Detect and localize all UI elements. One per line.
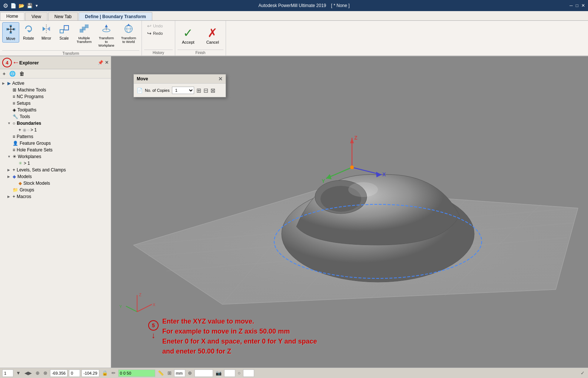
patterns-icon: ≡ [13, 134, 15, 139]
svg-line-29 [222, 190, 319, 304]
pin-icon[interactable]: 📌 [98, 60, 103, 65]
boundary-transform-label: Boundary Transform [102, 14, 146, 19]
tree-item-models[interactable]: ▶ ◆ Models [0, 173, 111, 180]
quick-access-dropdown[interactable]: ▼ [35, 4, 39, 8]
rotate-button[interactable]: Rotate [20, 22, 37, 42]
tab-new-tab[interactable]: New Tab [48, 12, 78, 20]
viewport[interactable]: Z Y X X Y Z [111, 56, 588, 368]
tree-hole-feature-sets-label: Hole Feature Sets [17, 147, 53, 153]
annotation-line3: Eneter 0 for X and space, enter 0 for Y … [162, 337, 317, 347]
tree-item-toolpaths[interactable]: ◈ Toolpaths [0, 107, 111, 113]
svg-text:Z: Z [354, 135, 358, 141]
dialog-close-icon[interactable]: ✕ [218, 76, 223, 82]
explorer-add-btn[interactable]: + [1, 70, 7, 77]
measure-icon[interactable]: 📏 [157, 370, 165, 376]
move-dialog[interactable]: Move ✕ 📄 No. of Copies 1 ⊞ ⊟ ⊠ [133, 74, 226, 97]
transform-workplane-button[interactable]: Transform to Workplane [96, 22, 117, 49]
cancel-icon: ✗ [207, 26, 217, 40]
window-title: Autodesk PowerMill Ultimate 2019 [259, 3, 326, 8]
nav-icon-2[interactable]: ⊕ [34, 370, 41, 376]
tree-item-tools[interactable]: 🔧 Tools [0, 113, 111, 120]
scale-button[interactable]: Scale [56, 22, 73, 42]
title-bar-center: Autodesk PowerMill Ultimate 2019 [ * Non… [39, 3, 569, 8]
tree-item-setups[interactable]: ≡ Setups [0, 100, 111, 107]
accept-button[interactable]: ✓ Accept [177, 24, 199, 46]
cancel-button[interactable]: ✗ Cancel [202, 24, 223, 46]
tree-item-boundaries[interactable]: ▼ ○ Boundaries [0, 120, 111, 127]
svg-line-33 [133, 208, 578, 245]
ribbon: Move Rotate [0, 21, 588, 56]
tree-item-stock-models[interactable]: ◆ Stock Models [0, 180, 111, 187]
multiple-transform-button[interactable]: Multiple Transform [73, 22, 95, 45]
close-btn[interactable]: ✕ [581, 3, 585, 8]
new-doc-icon[interactable]: 📄 [10, 3, 16, 9]
dropdown-icon[interactable]: ▼ [15, 370, 22, 376]
svg-line-47 [352, 167, 382, 175]
active-icon: ▶ [7, 81, 11, 86]
svg-rect-14 [60, 30, 63, 33]
finish-group-label: Finish [177, 50, 223, 56]
lock-icon[interactable]: 🔒 [101, 370, 109, 376]
nav-icon-3[interactable]: ⊗ [42, 370, 49, 376]
tree-item-hole-feature-sets[interactable]: ≡ Hole Feature Sets [0, 147, 111, 153]
explorer-header-controls: 📌 ✕ [98, 60, 109, 65]
explorer-globe-btn[interactable]: 🌐 [8, 70, 17, 77]
levels-sets-icon: + [13, 167, 15, 173]
check-icon[interactable]: ✓ [579, 370, 586, 376]
grid-icon[interactable]: ⊞ [166, 370, 173, 376]
tree-item-patterns[interactable]: ≡ Patterns [0, 133, 111, 140]
expander-macros: ▶ [7, 195, 13, 198]
svg-point-38 [320, 186, 361, 212]
target-icon[interactable]: ⊕ [187, 370, 193, 376]
explorer-delete-btn[interactable]: 🗑 [18, 70, 26, 77]
open-icon[interactable]: 📂 [19, 3, 24, 9]
tree-item-active[interactable]: ▶ ▶ Active [0, 80, 111, 87]
copy-icon-3[interactable]: ⊠ [210, 87, 215, 94]
circle-icon[interactable]: ○ [237, 370, 242, 376]
maximize-btn[interactable]: □ [576, 3, 578, 8]
undo-button[interactable]: ↩ Undo [144, 22, 166, 30]
pen-icon[interactable]: ✏ [110, 370, 117, 376]
mirror-button[interactable]: Mirror [38, 22, 55, 42]
copy-icon-1[interactable]: ⊞ [196, 87, 201, 94]
dialog-content: 📄 No. of Copies 1 ⊞ ⊟ ⊠ [134, 84, 226, 97]
tree-item-boundary-1[interactable]: + ◉ ○ > 1 [0, 127, 111, 133]
status-input[interactable]: 0 0 50 [118, 369, 155, 377]
tab-home[interactable]: Home [0, 12, 24, 20]
tree-item-groups[interactable]: 📁 Groups [0, 187, 111, 193]
copies-select[interactable]: 1 [172, 87, 194, 94]
explorer-header: 4 ↑ Explorer 📌 ✕ [0, 56, 111, 69]
tree-item-feature-groups[interactable]: 👤 Feature Groups [0, 140, 111, 147]
copy-icon-2[interactable]: ⊟ [203, 87, 208, 94]
tree-models-label: Models [17, 174, 32, 179]
tab-view[interactable]: View [25, 12, 47, 20]
tab-define[interactable]: Define | Boundary Transform [79, 12, 152, 20]
tree-item-levels-sets[interactable]: ▶ + Levels, Sets and Clamps [0, 167, 111, 173]
status-bar: 1 ▼ ◀▶ ⊕ ⊗ -69.356 0 -104.29 🔒 ✏ 0 0 50 … [0, 368, 588, 378]
transform-world-button[interactable]: Transform to World [118, 22, 139, 45]
mirror-icon [41, 24, 52, 36]
camera-icon[interactable]: 📷 [215, 370, 223, 376]
tree-workplane-1-label: > 1 [24, 161, 30, 166]
redo-button[interactable]: ↪ Redo [144, 30, 166, 37]
tree-item-machine-tools[interactable]: ⊞ Machine Tools [0, 87, 111, 93]
minimize-btn[interactable]: ─ [569, 3, 573, 8]
tree-item-nc-programs[interactable]: ≡ NC Programs [0, 93, 111, 100]
expander-levels-sets: ▶ [7, 168, 13, 172]
tree-item-workplanes[interactable]: ▼ ✳ Workplanes [0, 153, 111, 160]
multiple-transform-icon [79, 24, 89, 36]
move-button[interactable]: Move [2, 22, 19, 43]
explorer-close-icon[interactable]: ✕ [105, 60, 109, 65]
tree-macros-label: Macros [17, 194, 31, 199]
page-num: 1 [4, 371, 6, 375]
scale-icon [59, 24, 69, 36]
save-icon[interactable]: 💾 [27, 3, 33, 9]
rotate-icon [23, 24, 34, 36]
tree-item-workplane-1[interactable]: ✳ > 1 [0, 160, 111, 167]
main-area: 4 ↑ Explorer 📌 ✕ + 🌐 🗑 ▶ ▶ Active [0, 56, 588, 368]
workplane-1-icon: ✳ [19, 161, 22, 166]
svg-point-50 [350, 165, 354, 169]
status-extra [243, 369, 254, 377]
nav-icon-1[interactable]: ◀▶ [23, 370, 33, 376]
tree-item-macros[interactable]: ▶ + Macros [0, 193, 111, 200]
